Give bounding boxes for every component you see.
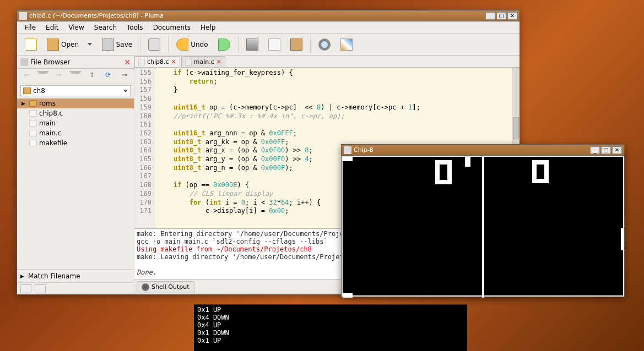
folder-icon [23,87,31,94]
menu-documents[interactable]: Documents [149,23,195,32]
sidebar-nav: ⇦ ⇨ ⇧ ⟳ ⊸ [17,69,134,84]
nav-fwd-menu[interactable] [69,71,82,82]
app-icon [19,12,27,20]
nav-up-icon[interactable]: ⇧ [86,71,98,82]
replace-button[interactable] [338,37,355,52]
print-button[interactable] [146,37,163,52]
minimize-button[interactable]: _ [485,12,495,20]
save-button[interactable]: Save [100,37,134,52]
line-gutter: 155 156 157 158 159 160 161 162 163 164 … [134,68,155,228]
pluma-titlebar[interactable]: chip8.c (~/Documents/Projetos/ch8) - Plu… [17,10,519,21]
file-browser-icon [20,58,28,66]
sidebar-title: File Browser [30,58,71,66]
open-button[interactable]: Open [45,37,94,52]
file-tree-item[interactable]: ▶roms [17,98,134,108]
chip8-app-icon [344,146,351,154]
file-tree-item[interactable]: chip8.c [17,108,134,118]
match-filename-row[interactable]: ▶Match Filename [17,269,134,282]
tab-close-icon[interactable]: ✕ [217,58,221,65]
copy-button[interactable] [266,37,283,52]
editor-tabs: chip8.c ✕main.c ✕ [134,56,519,68]
menu-file[interactable]: File [20,23,40,32]
window-title: chip8.c (~/Documents/Projetos/ch8) - Plu… [29,12,484,19]
shell-output-tab[interactable]: Shell Output [137,281,194,293]
file-tree-item[interactable]: main [17,118,134,128]
menu-edit[interactable]: Edit [41,23,63,32]
file-tree[interactable]: ▶romschip8.cmainmain.cmakefile [17,97,134,269]
menu-view[interactable]: View [64,23,88,32]
chip8-close-button[interactable]: ✕ [612,146,622,154]
editor-tab[interactable]: main.c ✕ [181,56,225,67]
close-button[interactable]: ✕ [507,12,517,20]
find-button[interactable] [316,37,333,52]
sidebar-header: File Browser ✕ [17,56,134,69]
sidebar: File Browser ✕ ⇦ ⇨ ⇧ ⟳ ⊸ ch8 ▶romschip8.… [17,56,134,294]
nav-forward-icon[interactable]: ⇨ [53,71,65,82]
tab-close-icon[interactable]: ✕ [171,58,176,65]
menu-tools[interactable]: Tools [122,23,148,32]
chip8-minimize-button[interactable]: _ [590,146,600,154]
nav-back-menu[interactable] [37,71,49,82]
shell-icon [142,283,149,291]
paste-button[interactable] [288,37,305,52]
nav-extra-icon[interactable]: ⊸ [118,71,131,82]
sidebar-close-icon[interactable]: ✕ [124,58,131,67]
refresh-icon[interactable]: ⟳ [102,71,114,82]
chip8-maximize-button[interactable]: □ [601,146,611,154]
file-tree-item[interactable]: makefile [17,138,134,148]
chip8-display [343,157,623,295]
sidebar-footer [17,282,134,294]
undo-button[interactable]: Undo [174,37,210,52]
location-bar[interactable]: ch8 [17,84,134,97]
terminal-output[interactable]: 0x1 UP 0x4 DOWN 0x4 UP 0x1 DOWN 0x1 UP [194,304,467,351]
sidebar-btn-2[interactable] [35,284,46,293]
menu-help[interactable]: Help [196,23,220,32]
chip8-window: Chip-8 _ □ ✕ [341,144,625,297]
redo-button[interactable] [216,37,232,52]
menubar: FileEditViewSearchToolsDocumentsHelp [17,21,519,34]
editor-tab[interactable]: chip8.c ✕ [134,56,180,67]
maximize-button[interactable]: □ [496,12,506,20]
scrollbar-thumb[interactable] [513,117,519,139]
sidebar-btn-1[interactable] [20,284,31,293]
chip8-title: Chip-8 [354,146,589,153]
toolbar: Open Save Undo [17,34,519,56]
new-button[interactable] [23,37,39,52]
nav-back-icon[interactable]: ⇦ [20,71,33,82]
file-tree-item[interactable]: main.c [17,128,134,138]
chip8-titlebar[interactable]: Chip-8 _ □ ✕ [342,145,624,156]
menu-search[interactable]: Search [90,23,121,32]
cut-button[interactable] [244,37,261,52]
